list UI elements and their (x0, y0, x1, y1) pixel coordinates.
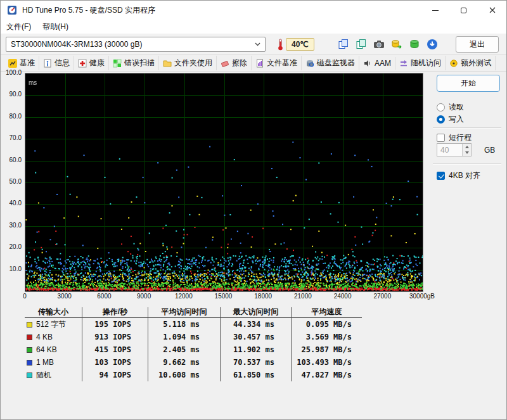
x-tick-label: 12000 (175, 293, 193, 300)
y-axis-unit-label: ms (29, 79, 37, 86)
max-value: 30.457 ms (221, 333, 291, 341)
menu-help[interactable]: 帮助(H) (37, 20, 74, 34)
series-label: 512 字节 (36, 319, 66, 330)
disk-image-button[interactable] (406, 36, 423, 53)
tab-erase[interactable]: 擦除 (217, 56, 252, 70)
short-stroke-unit-label: GB (484, 146, 495, 155)
copy-image-button[interactable] (353, 36, 369, 53)
speed-value: 103.493 MB/s (292, 358, 362, 367)
results-table: 传输大小 操作/秒 平均访问时间 最大访问时间 平均速度 512 字节 195 … (25, 307, 362, 381)
series-label: 1 MB (36, 358, 54, 367)
avg-cell: 2.405 ms (148, 343, 220, 356)
close-icon (489, 7, 496, 13)
checkbox-4kb-align[interactable]: 4KB 对齐 (437, 170, 480, 181)
x-tick-label: 15000 (215, 293, 233, 300)
tab-file-benchmark[interactable]: 文件基准 (252, 56, 302, 70)
x-tick-label: 0 (23, 293, 27, 300)
extra-tests-icon (449, 59, 458, 68)
info-icon (43, 59, 52, 68)
tab-health[interactable]: 健康 (74, 56, 109, 70)
avg-value: 2.405 ms (148, 345, 220, 354)
tab-label: 磁盘监视器 (317, 58, 355, 68)
iops-value: 94 IOPS (82, 371, 148, 379)
series-color-swatch (27, 334, 32, 340)
start-button[interactable]: 开始 (437, 75, 500, 92)
short-stroke-input[interactable]: 40 (437, 143, 472, 156)
toolbar: ST30000NM004K-3RM133 (30000 gB) 40℃ 退出 (1, 34, 506, 55)
speaker-icon (363, 59, 372, 68)
thermometer-icon (277, 39, 284, 51)
camera-icon (373, 39, 385, 50)
minimize-icon (432, 10, 439, 11)
tab-label: 擦除 (232, 58, 247, 68)
y-tick-label: 90.0 (10, 91, 22, 98)
column-header: 传输大小 (25, 307, 82, 318)
close-button[interactable] (478, 1, 506, 20)
menu-file[interactable]: 文件(F) (1, 20, 37, 34)
title-bar: HD Tune Pro 5.75 - 硬盘/SSD 实用程序 (1, 1, 506, 20)
copy-text-button[interactable] (335, 36, 352, 53)
radio-read-label: 读取 (449, 102, 464, 113)
avg-value: 1.094 ms (148, 333, 220, 341)
drive-select[interactable]: ST30000NM004K-3RM133 (30000 gB) (6, 37, 266, 52)
menu-bar: 文件(F) 帮助(H) (1, 20, 506, 34)
iops-value: 415 IOPS (82, 345, 148, 354)
x-tick-label: 24000 (334, 293, 352, 300)
tab-label: 文件基准 (267, 58, 297, 68)
tab-label: 文件夹使用 (174, 58, 212, 68)
temperature-indicator: 40℃ (277, 37, 314, 52)
maximize-button[interactable] (449, 1, 478, 20)
align-checkbox-box (437, 172, 445, 180)
x-axis: 0300060009000120001500018000210002400027… (25, 293, 456, 302)
checkbox-short-stroke[interactable]: 短行程 (437, 132, 472, 143)
speed-value: 25.987 MB/s (292, 345, 362, 354)
y-tick-label: 80.0 (10, 113, 22, 120)
tab-folder-usage[interactable]: 文件夹使用 (159, 56, 217, 70)
app-icon (7, 5, 17, 15)
tab-random-access[interactable]: 随机访问 (395, 56, 446, 70)
radio-read[interactable]: 读取 (437, 102, 464, 113)
exit-button[interactable]: 退出 (456, 36, 499, 53)
copy-disk-button[interactable] (388, 36, 405, 53)
tab-disk-monitor[interactable]: 磁盘监视器 (302, 56, 359, 70)
health-cross-icon (78, 59, 87, 68)
y-tick-label: 40.0 (10, 200, 22, 207)
tab-label: AAM (375, 59, 391, 68)
tab-benchmark[interactable]: 基准 (4, 56, 39, 70)
series-label: 随机 (36, 370, 51, 381)
tab-aam[interactable]: AAM (359, 57, 395, 70)
screenshot-button[interactable] (371, 36, 387, 53)
iops-cell: 913 IOPS (82, 331, 148, 343)
table-row: 4 KB (25, 331, 82, 343)
column-header: 平均速度 (291, 307, 362, 318)
speed-value: 47.827 MB/s (292, 371, 362, 379)
folder-icon (163, 59, 172, 68)
separator (433, 163, 501, 165)
tab-extra-tests[interactable]: 额外测试 (446, 56, 496, 70)
max-value: 70.537 ms (221, 358, 291, 367)
iops-cell: 195 IOPS (82, 318, 148, 331)
short-stroke-checkbox-box (437, 134, 445, 142)
radio-write-circle (437, 115, 445, 124)
toolbar-icon-buttons (335, 36, 440, 53)
x-tick-label: 18000 (254, 293, 272, 300)
tab-info[interactable]: 信息 (39, 56, 74, 70)
y-tick-label: 20.0 (10, 243, 22, 250)
max-cell: 30.457 ms (220, 331, 291, 343)
spinner-up-button[interactable] (463, 144, 471, 150)
column-header: 最大访问时间 (220, 307, 291, 318)
y-tick-label: 50.0 (10, 178, 22, 185)
series-color-swatch (27, 360, 32, 366)
max-value: 11.902 ms (221, 345, 291, 354)
download-icon (427, 39, 438, 50)
table-row: 随机 (25, 369, 82, 381)
save-button[interactable] (424, 36, 440, 53)
speed-cell: 25.987 MB/s (291, 343, 362, 356)
radio-write[interactable]: 写入 (437, 114, 464, 125)
disk-copy-icon (391, 39, 402, 50)
speed-value: 3.569 MB/s (292, 333, 362, 341)
table-row: 512 字节 (25, 318, 82, 331)
spinner-down-button[interactable] (463, 150, 471, 156)
minimize-button[interactable] (421, 1, 449, 20)
tab-error-scan[interactable]: 错误扫描 (109, 56, 159, 70)
